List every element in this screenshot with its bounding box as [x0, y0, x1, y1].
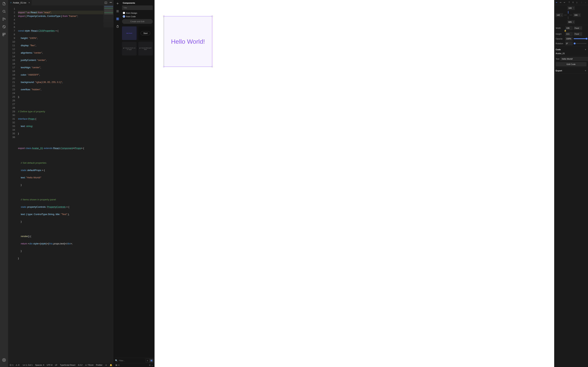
resize-handle[interactable]: [163, 66, 164, 67]
grid-icon: ▦: [115, 364, 117, 366]
status-spaces[interactable]: Spaces: 4: [35, 364, 44, 366]
resize-handle[interactable]: [211, 66, 213, 67]
code-area[interactable]: import * as React from "react"; import {…: [17, 6, 114, 363]
y-field[interactable]: 100T: [567, 6, 575, 10]
width-mode-select[interactable]: Fixed▾: [574, 26, 582, 30]
resize-handle[interactable]: [163, 16, 164, 17]
settings-gear-icon[interactable]: [2, 358, 6, 362]
opacity-field[interactable]: 100%: [565, 37, 572, 41]
opacity-label: Opacity: [556, 38, 564, 40]
svg-point-1: [3, 18, 3, 18]
status-feedback-icon[interactable]: ☺: [105, 364, 107, 366]
pin-control[interactable]: [564, 11, 572, 19]
export-section-title: Export: [556, 70, 562, 72]
rotation-label: Rotation: [556, 42, 564, 45]
text-prop-section: Text Edit Code: [554, 56, 588, 68]
editor-column: ⚛ Avatar_01.tsx × ••• 123456789101112131…: [8, 0, 114, 367]
inspector-panel: ⇤ ⇔ ⇥ ⤒ ⇕ ⤓ ⫴ ≡ 100T 142L 166R 685B: [554, 0, 588, 367]
add-code-button[interactable]: ＋: [585, 48, 587, 51]
components-status: ▦ 0 0 ⌄: [114, 363, 155, 367]
r-field[interactable]: 166R: [573, 13, 581, 17]
x-field[interactable]: 142L: [556, 13, 563, 17]
view-grid-icon[interactable]: ▦: [149, 359, 153, 362]
align-center-v-icon[interactable]: ⇕: [572, 1, 574, 4]
components-filter-bar: 🔍 ≡ ▦: [114, 358, 155, 363]
activity-bar: [0, 0, 8, 367]
align-bottom-icon[interactable]: ⤓: [576, 1, 578, 4]
component-thumb[interactable]: ◐ FollowedMichaelHteam: [138, 42, 153, 55]
edit-code-button[interactable]: Edit Code: [556, 62, 587, 67]
more-icon[interactable]: •••: [110, 1, 112, 4]
svg-rect-6: [4, 33, 6, 34]
align-right-icon[interactable]: ⇥: [563, 1, 566, 4]
code-section-title: Code: [556, 49, 561, 51]
chevron-down-icon[interactable]: ⌄: [151, 364, 153, 366]
component-thumb-start[interactable]: Start: [138, 26, 153, 40]
svg-rect-11: [118, 18, 119, 19]
code-section: Code＋ Avatar_01: [554, 47, 588, 56]
view-list-icon[interactable]: ≡: [146, 359, 149, 362]
svg-rect-7: [3, 35, 4, 36]
create-and-edit-button[interactable]: Create and Edit: [122, 19, 153, 24]
align-left-icon[interactable]: ⇤: [555, 1, 558, 4]
svg-rect-10: [116, 18, 117, 19]
app-root: ⚛ Avatar_01.tsx × ••• 123456789101112131…: [0, 0, 588, 367]
code-editor[interactable]: 1234567891011121314151617181920212223242…: [8, 6, 114, 363]
rotation-slider[interactable]: [574, 43, 587, 44]
extensions-icon[interactable]: [2, 32, 6, 37]
position-section: 100T 142L 166R 685B: [554, 5, 588, 25]
status-eol[interactable]: LF: [55, 364, 57, 366]
opacity-slider[interactable]: [574, 38, 587, 39]
minimap[interactable]: [104, 6, 114, 27]
layers-icon[interactable]: [116, 9, 119, 13]
add-export-button[interactable]: ＋: [585, 69, 587, 72]
height-mode-select[interactable]: Fixed▾: [574, 32, 582, 36]
height-label: Height: [556, 33, 564, 35]
source-control-icon[interactable]: [2, 17, 6, 21]
from-code-radio[interactable]: from Code: [123, 15, 153, 18]
status-lint[interactable]: ⚠ TSLint: [85, 364, 94, 366]
status-bell-icon[interactable]: 🔔: [110, 364, 112, 366]
lock-icon[interactable]: 🔒: [564, 30, 566, 32]
editor-tab[interactable]: ⚛ Avatar_01.tsx ×: [8, 0, 32, 6]
store-icon[interactable]: [116, 25, 119, 28]
status-lang[interactable]: TypeScript React: [60, 364, 75, 366]
canvas-frame[interactable]: Hello World!: [164, 16, 212, 67]
resize-handle[interactable]: [211, 16, 213, 17]
status-cursor[interactable]: Ln 1, Col 1: [23, 364, 33, 366]
explorer-icon[interactable]: [2, 1, 6, 6]
height-field[interactable]: 111: [565, 32, 572, 36]
split-editor-icon[interactable]: [104, 1, 107, 4]
width-field[interactable]: 106: [565, 26, 572, 30]
status-encoding[interactable]: UTF-8: [47, 364, 52, 366]
status-ts-version[interactable]: 3.2.2: [78, 364, 82, 366]
components-icon[interactable]: [116, 17, 119, 21]
status-warnings[interactable]: ⚠ 0: [16, 364, 19, 366]
svg-point-8: [4, 360, 5, 361]
debug-icon[interactable]: [2, 25, 6, 29]
distribute-v-icon[interactable]: ≡: [584, 1, 587, 4]
status-errors[interactable]: ⓧ 1: [9, 364, 13, 367]
filter-input[interactable]: [119, 359, 144, 362]
svg-rect-12: [116, 19, 117, 20]
from-design-radio[interactable]: from Design: [123, 12, 153, 14]
component-title-input[interactable]: [122, 6, 153, 10]
rotation-field[interactable]: 0°: [565, 42, 572, 45]
status-formatter[interactable]: Prettier: [96, 364, 102, 366]
close-icon[interactable]: ×: [28, 1, 30, 4]
align-center-h-icon[interactable]: ⇔: [559, 1, 562, 4]
insert-icon[interactable]: [116, 2, 119, 5]
component-thumb[interactable]: Hello World!: [122, 26, 137, 40]
component-thumb[interactable]: ◐ Followed North LtdUX apps: [122, 42, 137, 55]
b-field[interactable]: 685B: [567, 20, 575, 24]
distribute-h-icon[interactable]: ⫴: [580, 1, 583, 4]
text-prop-input[interactable]: [561, 57, 588, 61]
framer-toolbar: [114, 0, 121, 358]
component-thumbnails: Hello World! Start ◐ Followed North LtdU…: [122, 26, 153, 55]
align-top-icon[interactable]: ⤒: [568, 1, 571, 4]
canvas[interactable]: Hello World!: [155, 0, 554, 367]
components-right-count: 0: [149, 364, 150, 366]
search-icon[interactable]: [2, 9, 6, 14]
status-bar: ⓧ 1 ⚠ 0 Ln 1, Col 1 Spaces: 4 UTF-8 LF T…: [8, 363, 114, 367]
line-gutter: 1234567891011121314151617181920212223242…: [8, 6, 17, 363]
